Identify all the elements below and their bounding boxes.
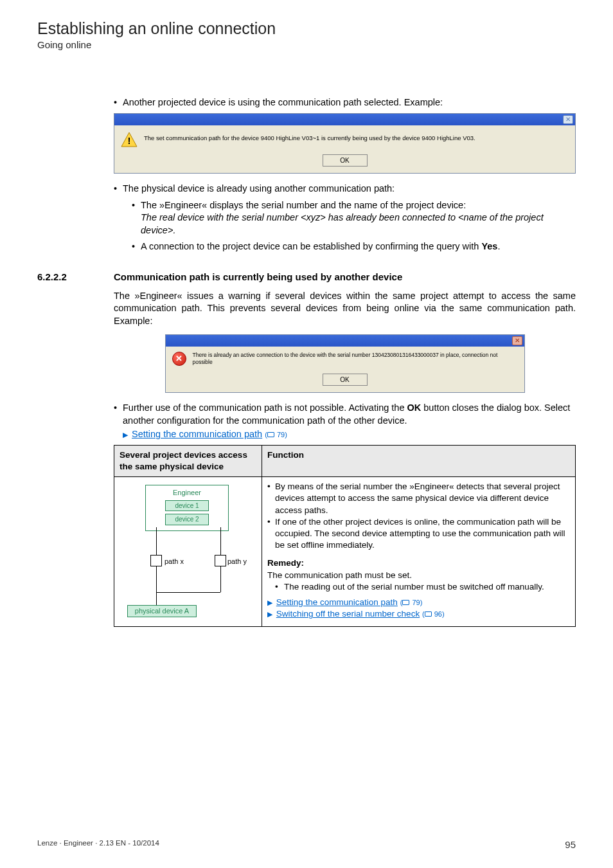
path-y-box (215, 555, 226, 566)
sub-bullet-item: • A connection to the project device can… (132, 240, 576, 253)
device2-box: device 2 (165, 514, 209, 525)
device1-box: device 1 (165, 500, 209, 512)
remedy-label: Remedy: (267, 557, 570, 569)
dialog-titlebar: ✕ (166, 335, 524, 347)
bullet-item: • Another projected device is using the … (114, 96, 576, 109)
section-number: 6.2.2.2 (37, 271, 114, 282)
close-icon[interactable]: ✕ (512, 336, 522, 345)
yes-label: Yes (481, 241, 497, 251)
path-y-label: path y (227, 557, 247, 566)
function-table: Several project devices access the same … (114, 445, 576, 627)
section-paragraph: The »Engineer« issues a warning if sever… (114, 290, 576, 328)
sub-bullet-text: A connection to the project device can b… (141, 241, 481, 251)
link-arrow-icon: ▶ (267, 599, 272, 606)
remedy-intro: The communication path must be set. (267, 570, 570, 581)
func-bullet: If one of the other project devices is o… (275, 516, 570, 552)
link-setting-comm-path[interactable]: Setting the communication path (132, 429, 262, 439)
dialog-titlebar: ✕ (114, 114, 575, 125)
footer-left: Lenze · Engineer · 2.13 EN - 10/2014 (37, 839, 159, 850)
page-footer: Lenze · Engineer · 2.13 EN - 10/2014 95 (37, 839, 576, 850)
error-icon: ✕ (172, 352, 186, 366)
path-x-label: path x (164, 557, 184, 566)
page-title: Establishing an online connection (37, 19, 576, 38)
dialog-message: There is already an active connection to… (193, 352, 518, 366)
warning-icon: ! (121, 132, 138, 147)
func-bullet: By means of the serial number the »Engin… (275, 481, 570, 516)
error-dialog: ✕ ✕ There is already an active connectio… (165, 334, 525, 393)
page-number: 95 (565, 839, 576, 850)
remedy-bullet: • The reading out of the serial number m… (275, 581, 570, 593)
path-x-box (150, 555, 162, 566)
diagram-cell: Engineer device 1 device 2 path x path y (114, 477, 262, 627)
link-arrow-icon: ▶ (123, 431, 128, 439)
book-icon (267, 432, 274, 437)
link-arrow-icon: ▶ (267, 610, 272, 618)
page-ref: ( 79) (400, 599, 423, 606)
page-subtitle: Going online (37, 39, 576, 50)
link-setting-comm-path[interactable]: Setting the communication path (276, 597, 398, 607)
close-icon[interactable]: ✕ (563, 115, 573, 124)
bullet-text: Another projected device is using the co… (123, 96, 443, 109)
table-header-right: Function (262, 445, 576, 476)
bullet-item: • Further use of the communication path … (114, 402, 576, 441)
ok-button[interactable]: OK (323, 374, 368, 386)
svg-text:!: ! (128, 135, 131, 146)
bullet-item: • The physical device is already using a… (114, 183, 576, 195)
warning-dialog: ✕ ! The set communication path for the d… (114, 113, 576, 174)
bullet-text: The physical device is already using ano… (123, 183, 395, 195)
book-icon (402, 600, 409, 605)
sub-bullet-italic: The real device with the serial number <… (141, 212, 544, 235)
page-ref: ( 96) (422, 610, 445, 618)
ok-button[interactable]: OK (323, 154, 368, 167)
section-title: Communication path is currently being us… (114, 271, 402, 282)
dialog-message: The set communication path for the devic… (144, 132, 475, 143)
sub-bullet-item: • The »Engineer« displays the serial num… (132, 199, 576, 237)
ok-label: OK (407, 402, 422, 413)
table-header-left: Several project devices access the same … (114, 445, 262, 476)
divider-dashes: _ _ _ _ _ _ _ _ _ _ _ _ _ _ _ _ _ _ _ _ … (37, 68, 576, 78)
function-cell: •By means of the serial number the »Engi… (262, 477, 576, 627)
engineer-box: Engineer device 1 device 2 (145, 485, 229, 531)
physical-device-box: physical device A (127, 605, 197, 617)
page-ref: ( 79) (265, 431, 287, 439)
book-icon (425, 611, 432, 617)
sub-bullet-text: The »Engineer« displays the serial numbe… (141, 200, 466, 210)
link-switching-off-serial[interactable]: Switching off the serial number check (276, 609, 420, 619)
